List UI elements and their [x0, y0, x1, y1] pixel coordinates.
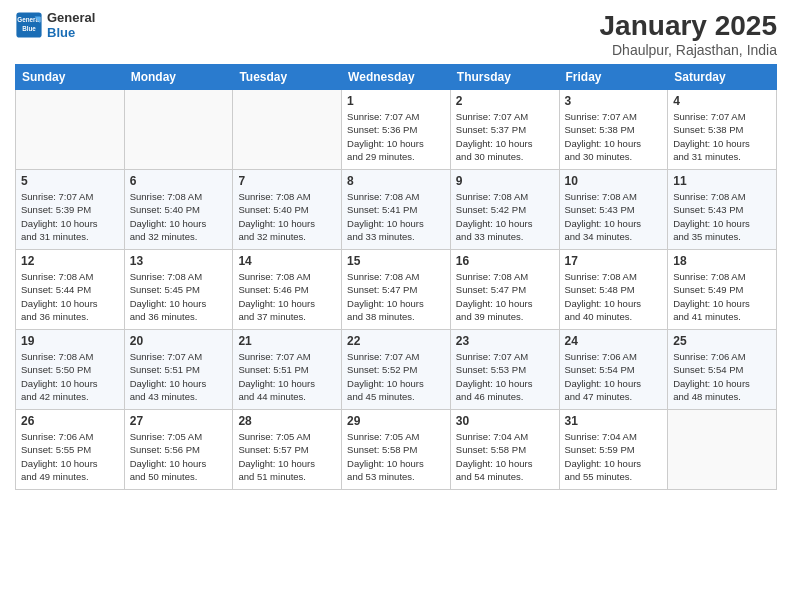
header-friday: Friday: [559, 65, 668, 90]
calendar-cell: [16, 90, 125, 170]
day-info: Sunrise: 7:08 AM Sunset: 5:44 PM Dayligh…: [21, 270, 119, 323]
title-block: January 2025 Dhaulpur, Rajasthan, India: [600, 10, 777, 58]
day-number: 29: [347, 414, 445, 428]
day-number: 26: [21, 414, 119, 428]
logo-icon: General Blue: [15, 11, 43, 39]
calendar-week-3: 12Sunrise: 7:08 AM Sunset: 5:44 PM Dayli…: [16, 250, 777, 330]
day-info: Sunrise: 7:04 AM Sunset: 5:58 PM Dayligh…: [456, 430, 554, 483]
calendar-cell: 26Sunrise: 7:06 AM Sunset: 5:55 PM Dayli…: [16, 410, 125, 490]
calendar-cell: 1Sunrise: 7:07 AM Sunset: 5:36 PM Daylig…: [342, 90, 451, 170]
day-number: 16: [456, 254, 554, 268]
day-info: Sunrise: 7:07 AM Sunset: 5:38 PM Dayligh…: [565, 110, 663, 163]
calendar-cell: 25Sunrise: 7:06 AM Sunset: 5:54 PM Dayli…: [668, 330, 777, 410]
calendar-subtitle: Dhaulpur, Rajasthan, India: [600, 42, 777, 58]
day-number: 25: [673, 334, 771, 348]
day-info: Sunrise: 7:06 AM Sunset: 5:54 PM Dayligh…: [673, 350, 771, 403]
day-info: Sunrise: 7:08 AM Sunset: 5:50 PM Dayligh…: [21, 350, 119, 403]
header: General Blue General Blue January 2025 D…: [15, 10, 777, 58]
header-wednesday: Wednesday: [342, 65, 451, 90]
day-info: Sunrise: 7:08 AM Sunset: 5:48 PM Dayligh…: [565, 270, 663, 323]
calendar-cell: [668, 410, 777, 490]
calendar-cell: 29Sunrise: 7:05 AM Sunset: 5:58 PM Dayli…: [342, 410, 451, 490]
calendar-table: Sunday Monday Tuesday Wednesday Thursday…: [15, 64, 777, 490]
day-number: 17: [565, 254, 663, 268]
day-number: 12: [21, 254, 119, 268]
calendar-cell: [124, 90, 233, 170]
calendar-cell: 13Sunrise: 7:08 AM Sunset: 5:45 PM Dayli…: [124, 250, 233, 330]
calendar-cell: 9Sunrise: 7:08 AM Sunset: 5:42 PM Daylig…: [450, 170, 559, 250]
day-number: 31: [565, 414, 663, 428]
calendar-cell: 24Sunrise: 7:06 AM Sunset: 5:54 PM Dayli…: [559, 330, 668, 410]
day-number: 28: [238, 414, 336, 428]
header-monday: Monday: [124, 65, 233, 90]
day-info: Sunrise: 7:08 AM Sunset: 5:46 PM Dayligh…: [238, 270, 336, 323]
calendar-cell: 10Sunrise: 7:08 AM Sunset: 5:43 PM Dayli…: [559, 170, 668, 250]
day-number: 27: [130, 414, 228, 428]
calendar-cell: 7Sunrise: 7:08 AM Sunset: 5:40 PM Daylig…: [233, 170, 342, 250]
day-number: 24: [565, 334, 663, 348]
day-number: 13: [130, 254, 228, 268]
day-number: 18: [673, 254, 771, 268]
calendar-cell: 15Sunrise: 7:08 AM Sunset: 5:47 PM Dayli…: [342, 250, 451, 330]
day-info: Sunrise: 7:08 AM Sunset: 5:45 PM Dayligh…: [130, 270, 228, 323]
day-number: 22: [347, 334, 445, 348]
calendar-cell: 18Sunrise: 7:08 AM Sunset: 5:49 PM Dayli…: [668, 250, 777, 330]
day-info: Sunrise: 7:08 AM Sunset: 5:40 PM Dayligh…: [238, 190, 336, 243]
logo: General Blue General Blue: [15, 10, 95, 40]
day-number: 9: [456, 174, 554, 188]
day-number: 14: [238, 254, 336, 268]
day-number: 30: [456, 414, 554, 428]
calendar-cell: 22Sunrise: 7:07 AM Sunset: 5:52 PM Dayli…: [342, 330, 451, 410]
day-info: Sunrise: 7:05 AM Sunset: 5:58 PM Dayligh…: [347, 430, 445, 483]
day-number: 3: [565, 94, 663, 108]
day-number: 5: [21, 174, 119, 188]
calendar-cell: 12Sunrise: 7:08 AM Sunset: 5:44 PM Dayli…: [16, 250, 125, 330]
day-number: 7: [238, 174, 336, 188]
header-saturday: Saturday: [668, 65, 777, 90]
day-info: Sunrise: 7:08 AM Sunset: 5:43 PM Dayligh…: [673, 190, 771, 243]
day-info: Sunrise: 7:07 AM Sunset: 5:53 PM Dayligh…: [456, 350, 554, 403]
day-number: 23: [456, 334, 554, 348]
calendar-cell: 8Sunrise: 7:08 AM Sunset: 5:41 PM Daylig…: [342, 170, 451, 250]
day-info: Sunrise: 7:06 AM Sunset: 5:55 PM Dayligh…: [21, 430, 119, 483]
calendar-cell: 16Sunrise: 7:08 AM Sunset: 5:47 PM Dayli…: [450, 250, 559, 330]
calendar-week-5: 26Sunrise: 7:06 AM Sunset: 5:55 PM Dayli…: [16, 410, 777, 490]
calendar-cell: 23Sunrise: 7:07 AM Sunset: 5:53 PM Dayli…: [450, 330, 559, 410]
day-info: Sunrise: 7:04 AM Sunset: 5:59 PM Dayligh…: [565, 430, 663, 483]
calendar-cell: 6Sunrise: 7:08 AM Sunset: 5:40 PM Daylig…: [124, 170, 233, 250]
day-info: Sunrise: 7:08 AM Sunset: 5:40 PM Dayligh…: [130, 190, 228, 243]
svg-text:Blue: Blue: [22, 25, 36, 32]
calendar-cell: 3Sunrise: 7:07 AM Sunset: 5:38 PM Daylig…: [559, 90, 668, 170]
day-info: Sunrise: 7:07 AM Sunset: 5:51 PM Dayligh…: [238, 350, 336, 403]
calendar-cell: 5Sunrise: 7:07 AM Sunset: 5:39 PM Daylig…: [16, 170, 125, 250]
day-info: Sunrise: 7:05 AM Sunset: 5:57 PM Dayligh…: [238, 430, 336, 483]
day-number: 15: [347, 254, 445, 268]
day-info: Sunrise: 7:08 AM Sunset: 5:41 PM Dayligh…: [347, 190, 445, 243]
day-number: 4: [673, 94, 771, 108]
day-info: Sunrise: 7:07 AM Sunset: 5:52 PM Dayligh…: [347, 350, 445, 403]
header-thursday: Thursday: [450, 65, 559, 90]
calendar-cell: 19Sunrise: 7:08 AM Sunset: 5:50 PM Dayli…: [16, 330, 125, 410]
calendar-cell: 11Sunrise: 7:08 AM Sunset: 5:43 PM Dayli…: [668, 170, 777, 250]
calendar-cell: 14Sunrise: 7:08 AM Sunset: 5:46 PM Dayli…: [233, 250, 342, 330]
day-info: Sunrise: 7:08 AM Sunset: 5:49 PM Dayligh…: [673, 270, 771, 323]
day-info: Sunrise: 7:07 AM Sunset: 5:38 PM Dayligh…: [673, 110, 771, 163]
day-info: Sunrise: 7:08 AM Sunset: 5:42 PM Dayligh…: [456, 190, 554, 243]
day-info: Sunrise: 7:05 AM Sunset: 5:56 PM Dayligh…: [130, 430, 228, 483]
day-number: 21: [238, 334, 336, 348]
calendar-cell: 30Sunrise: 7:04 AM Sunset: 5:58 PM Dayli…: [450, 410, 559, 490]
day-number: 2: [456, 94, 554, 108]
calendar-cell: 4Sunrise: 7:07 AM Sunset: 5:38 PM Daylig…: [668, 90, 777, 170]
calendar-cell: 20Sunrise: 7:07 AM Sunset: 5:51 PM Dayli…: [124, 330, 233, 410]
day-info: Sunrise: 7:08 AM Sunset: 5:47 PM Dayligh…: [456, 270, 554, 323]
day-info: Sunrise: 7:08 AM Sunset: 5:43 PM Dayligh…: [565, 190, 663, 243]
day-info: Sunrise: 7:06 AM Sunset: 5:54 PM Dayligh…: [565, 350, 663, 403]
day-info: Sunrise: 7:07 AM Sunset: 5:37 PM Dayligh…: [456, 110, 554, 163]
calendar-cell: [233, 90, 342, 170]
day-info: Sunrise: 7:07 AM Sunset: 5:39 PM Dayligh…: [21, 190, 119, 243]
calendar-cell: 27Sunrise: 7:05 AM Sunset: 5:56 PM Dayli…: [124, 410, 233, 490]
weekday-header-row: Sunday Monday Tuesday Wednesday Thursday…: [16, 65, 777, 90]
calendar-title: January 2025: [600, 10, 777, 42]
day-number: 10: [565, 174, 663, 188]
day-info: Sunrise: 7:07 AM Sunset: 5:36 PM Dayligh…: [347, 110, 445, 163]
